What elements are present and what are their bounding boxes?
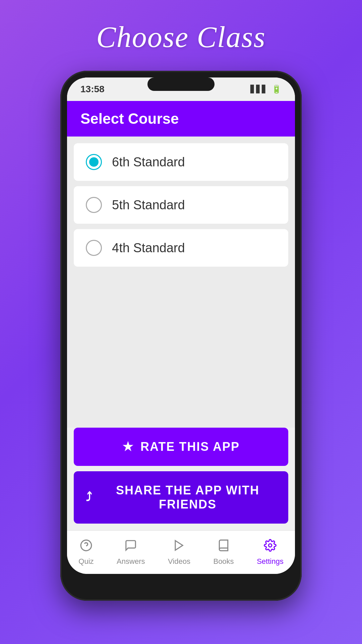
share-app-label: SHARE THE APP WITH FRIENDS xyxy=(99,483,276,512)
rate-app-button[interactable]: ★ RATE THIS APP xyxy=(74,428,288,466)
app-header-title: Select Course xyxy=(80,110,179,127)
content-area: 6th Standard 5th Standard 4th Standard xyxy=(67,137,295,428)
star-icon: ★ xyxy=(122,440,134,454)
svg-marker-2 xyxy=(175,540,183,550)
course-item-4th[interactable]: 4th Standard xyxy=(74,229,288,267)
nav-item-settings[interactable]: Settings xyxy=(257,539,284,566)
rate-app-label: RATE THIS APP xyxy=(140,440,240,454)
quiz-icon xyxy=(80,539,93,555)
battery-icon: 🔋 xyxy=(272,85,282,94)
bottom-nav: Quiz Answers Videos xyxy=(67,530,295,574)
videos-label: Videos xyxy=(168,557,190,566)
course-item-6th[interactable]: 6th Standard xyxy=(74,143,288,181)
course-item-5th[interactable]: 5th Standard xyxy=(74,186,288,224)
answers-label: Answers xyxy=(117,557,145,566)
action-buttons: ★ RATE THIS APP ⤴ SHARE THE APP WITH FRI… xyxy=(67,428,295,530)
quiz-label: Quiz xyxy=(78,557,94,566)
svg-point-3 xyxy=(268,544,272,547)
nav-item-videos[interactable]: Videos xyxy=(168,539,190,566)
content-spacer xyxy=(74,272,288,421)
status-time: 13:58 xyxy=(80,84,105,95)
notch xyxy=(147,77,215,91)
course-label-4th: 4th Standard xyxy=(112,241,185,255)
settings-icon xyxy=(264,539,277,555)
screen: 13:58 ▋▋▋ 🔋 Select Course 6th Standard 5… xyxy=(67,77,295,574)
app-header: Select Course xyxy=(67,101,295,137)
share-app-button[interactable]: ⤴ SHARE THE APP WITH FRIENDS xyxy=(74,471,288,524)
books-icon xyxy=(217,539,230,555)
radio-circle-5th xyxy=(86,197,102,213)
status-icons: ▋▋▋ 🔋 xyxy=(250,85,282,94)
course-label-5th: 5th Standard xyxy=(112,198,185,212)
videos-icon xyxy=(173,539,185,555)
radio-circle-6th xyxy=(86,154,102,170)
nav-item-quiz[interactable]: Quiz xyxy=(78,539,94,566)
nav-item-answers[interactable]: Answers xyxy=(117,539,145,566)
signal-icon: ▋▋▋ xyxy=(250,85,267,94)
radio-circle-4th xyxy=(86,240,102,256)
nav-item-books[interactable]: Books xyxy=(213,539,234,566)
books-label: Books xyxy=(213,557,234,566)
page-title: Choose Class xyxy=(96,20,266,54)
settings-label: Settings xyxy=(257,557,284,566)
share-icon: ⤴ xyxy=(86,490,93,504)
answers-icon xyxy=(124,539,137,555)
phone-frame: 13:58 ▋▋▋ 🔋 Select Course 6th Standard 5… xyxy=(60,71,302,601)
course-label-6th: 6th Standard xyxy=(112,155,185,169)
